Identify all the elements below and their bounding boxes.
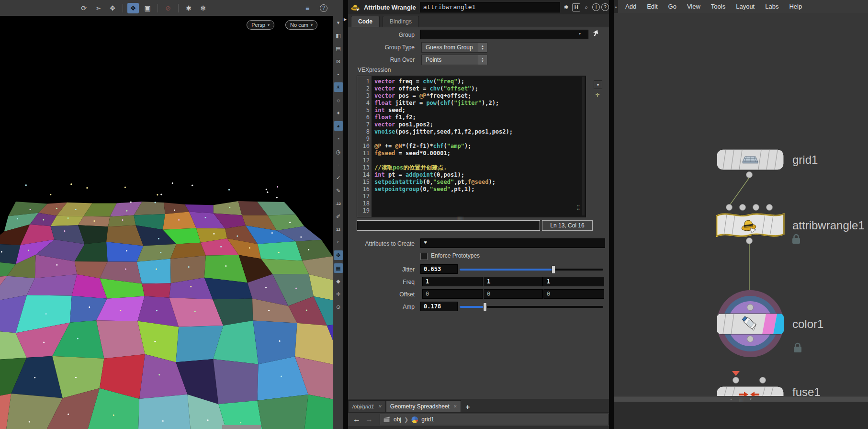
paint-icon[interactable]: ✐: [334, 212, 343, 221]
spinner-icon[interactable]: ▲▼: [478, 55, 487, 65]
camera-select-menu[interactable]: No cam ▾: [285, 20, 317, 30]
view-layout-icon[interactable]: ◧: [334, 31, 343, 40]
view-tool-icon[interactable]: ⟳: [78, 3, 90, 13]
amp-slider[interactable]: [460, 303, 603, 311]
new-tab-button[interactable]: +: [461, 401, 474, 412]
scroll-right-icon[interactable]: ▾: [750, 397, 752, 401]
color1-output-connector[interactable]: [747, 336, 754, 342]
freq-z-input[interactable]: 1: [543, 277, 604, 286]
node-label-attribwrangle1[interactable]: attribwrangle1: [792, 219, 865, 232]
display-normals-icon[interactable]: ✤: [334, 250, 343, 260]
perspective-view-menu[interactable]: Persp ▾: [247, 20, 274, 30]
select-visible-icon[interactable]: ✓: [334, 173, 343, 182]
menubar-scroll-icon[interactable]: ▲: [614, 0, 618, 13]
axis-icon[interactable]: ✛: [334, 289, 343, 299]
info-icon[interactable]: i: [592, 3, 600, 11]
select-tool-icon[interactable]: ➣: [92, 3, 104, 13]
breadcrumb[interactable]: obj ❯ grid1: [380, 414, 609, 425]
node-attribwrangle1[interactable]: [717, 204, 784, 244]
lock-view-icon[interactable]: ⊠: [334, 56, 343, 66]
ambient-light-icon[interactable]: ☼: [334, 95, 343, 105]
forward-button[interactable]: →: [365, 415, 373, 424]
freq-x-input[interactable]: 1: [422, 277, 483, 286]
pen-icon[interactable]: ✎: [334, 186, 343, 195]
group-select-arrow-icon[interactable]: [591, 29, 599, 37]
group-type-select[interactable]: Guess from Group ▲▼: [421, 42, 487, 53]
slider-handle[interactable]: [483, 303, 487, 311]
grid1-output-connector[interactable]: [746, 172, 753, 178]
group-input[interactable]: [420, 30, 588, 39]
point-numbers-icon[interactable]: 12: [334, 225, 343, 234]
wrangle-input-connector[interactable]: [740, 204, 746, 211]
tab-geometry-spreadsheet[interactable]: Geometry Spreadsheet ✕: [386, 400, 462, 412]
layout-presets-icon[interactable]: ≡: [302, 3, 313, 13]
menu-help[interactable]: Help: [784, 3, 807, 10]
visibility-icon[interactable]: ◔: [334, 134, 343, 144]
camera-lock-icon[interactable]: ⊙: [334, 302, 343, 312]
breadcrumb-grid1[interactable]: grid1: [421, 416, 434, 423]
headlight-icon[interactable]: ☀: [334, 82, 343, 92]
run-over-select[interactable]: Points ▲▼: [421, 55, 487, 65]
open-vex-editor-icon[interactable]: ✛: [594, 91, 601, 99]
offset-y-input[interactable]: 0: [484, 289, 543, 299]
code-text[interactable]: vector freq = chv("freq");vector offset …: [372, 76, 586, 217]
freq-y-input[interactable]: 1: [484, 277, 543, 286]
camera-eye-icon[interactable]: ◷: [334, 147, 343, 157]
wrangle-output-connector[interactable]: [746, 238, 753, 244]
help-icon[interactable]: ?: [601, 3, 609, 11]
horizontal-scrollbar-thumb[interactable]: [222, 425, 261, 429]
amp-input[interactable]: 0.178: [420, 302, 458, 311]
grip-dots-icon[interactable]: ⣿⣿: [739, 397, 744, 402]
viewport-options-icon[interactable]: ✻: [197, 3, 209, 13]
pane-divider-right[interactable]: [609, 0, 614, 429]
houdini-logo-icon[interactable]: H: [572, 3, 580, 11]
message-field[interactable]: [357, 220, 540, 231]
fuse1-input-connector[interactable]: [733, 377, 739, 384]
menu-layout[interactable]: Layout: [731, 3, 760, 10]
spinner-icon[interactable]: ▲▼: [478, 43, 487, 52]
node-label-color1[interactable]: color1: [792, 317, 823, 331]
jitter-input[interactable]: 0.653: [420, 264, 458, 274]
pane-divider-left[interactable]: ▶: [343, 0, 348, 429]
node-grid1[interactable]: [717, 149, 784, 178]
menu-tools[interactable]: Tools: [706, 3, 731, 10]
wrangle-input-connector[interactable]: [767, 204, 773, 211]
tab-code[interactable]: Code: [351, 16, 380, 27]
spotlight-icon[interactable]: ✦: [334, 108, 343, 118]
snippet-presets-dropdown[interactable]: ▼: [594, 80, 602, 89]
group-list-icon[interactable]: ▤: [334, 44, 343, 53]
breadcrumb-obj[interactable]: obj: [394, 416, 401, 423]
wrangle-input-connector[interactable]: [753, 204, 759, 211]
stow-arrow-icon[interactable]: ▶: [344, 17, 347, 22]
close-icon[interactable]: ✕: [378, 404, 382, 409]
tab-obj-grid1[interactable]: /obj/grid1 ✕: [348, 400, 386, 412]
node-fuse1[interactable]: [717, 371, 784, 396]
editor-scrollbar[interactable]: [582, 77, 585, 215]
decimal-places-icon[interactable]: .12: [334, 199, 343, 208]
menu-go[interactable]: Go: [663, 3, 682, 10]
point-marker-icon[interactable]: ·: [334, 160, 343, 169]
close-icon[interactable]: ✕: [453, 404, 457, 409]
box-zoom-icon[interactable]: ▣: [142, 3, 153, 13]
slider-handle[interactable]: [552, 265, 555, 274]
search-icon[interactable]: ⌕: [582, 3, 591, 12]
node-color1[interactable]: [717, 290, 785, 357]
wrangle-input-connector[interactable]: [726, 204, 733, 211]
tab-bindings[interactable]: Bindings: [383, 16, 419, 27]
color1-input-connector[interactable]: [747, 305, 754, 311]
menu-view[interactable]: View: [682, 3, 706, 10]
transform-tool-icon[interactable]: ✥: [107, 3, 118, 13]
menu-edit[interactable]: Edit: [642, 3, 663, 10]
menu-labs[interactable]: Labs: [760, 3, 784, 10]
shaded-mode-icon[interactable]: ◕: [334, 121, 343, 131]
attributes-to-create-input[interactable]: *: [420, 238, 605, 248]
node-label-fuse1[interactable]: fuse1: [792, 385, 821, 396]
selection-handles-icon[interactable]: ❖: [127, 3, 139, 13]
back-button[interactable]: ←: [353, 415, 361, 424]
vex-code-editor[interactable]: 12345678910111213141516171819 vector fre…: [357, 76, 586, 217]
snap-options-icon[interactable]: ✱: [183, 3, 194, 13]
enforce-prototypes-checkbox[interactable]: [420, 253, 428, 260]
fuse1-input-connector[interactable]: [760, 377, 766, 384]
menu-add[interactable]: Add: [620, 3, 642, 10]
curve-handle-icon[interactable]: ◜: [334, 237, 343, 247]
